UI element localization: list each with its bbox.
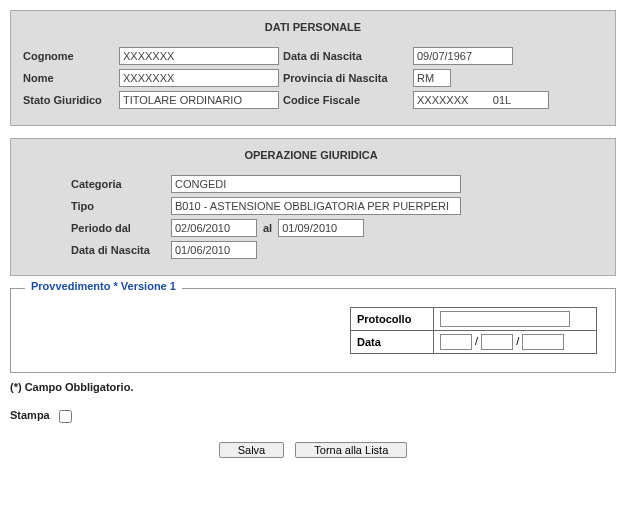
operation-panel: OPERAZIONE GIURIDICA Categoria CONGEDI T… [10, 138, 616, 276]
mandatory-note: (*) Campo Obbligatorio. [10, 381, 616, 393]
data-cells: / / [434, 331, 597, 354]
field-periodo-al: 01/09/2010 [278, 219, 364, 237]
stampa-checkbox[interactable] [59, 410, 72, 423]
input-protocollo[interactable] [440, 311, 570, 327]
label-cognome: Cognome [23, 50, 119, 62]
label-periodo-dal: Periodo dal [71, 222, 171, 234]
field-nascita: 09/07/1967 [413, 47, 513, 65]
sep1: / [475, 335, 478, 347]
label-stato: Stato Giuridico [23, 94, 119, 106]
field-periodo-dal: 02/06/2010 [171, 219, 257, 237]
field-categoria: CONGEDI [171, 175, 461, 193]
back-button[interactable]: Torna alla Lista [295, 442, 407, 458]
field-codfisc: XXXXXXX 01L [413, 91, 549, 109]
label-al: al [263, 222, 272, 234]
input-data-day[interactable] [440, 334, 472, 350]
label-op-nascita: Data di Nascita [71, 244, 171, 256]
label-protocollo: Protocollo [351, 308, 434, 331]
field-cognome: XXXXXXX [119, 47, 279, 65]
provvedimento-fieldset: Provvedimento * Versione 1 Protocollo Da… [10, 288, 616, 373]
personal-data-panel: DATI PERSONALE Cognome XXXXXXX Data di N… [10, 10, 616, 126]
stampa-label: Stampa [10, 409, 50, 421]
operation-title: OPERAZIONE GIURIDICA [31, 149, 591, 161]
provvedimento-table: Protocollo Data / / [350, 307, 597, 354]
label-tipo: Tipo [71, 200, 171, 212]
field-nome: XXXXXXX [119, 69, 279, 87]
provvedimento-legend: Provvedimento * Versione 1 [25, 280, 182, 292]
label-nome: Nome [23, 72, 119, 84]
field-op-nascita: 01/06/2010 [171, 241, 257, 259]
personal-title: DATI PERSONALE [23, 21, 603, 33]
input-data-year[interactable] [522, 334, 564, 350]
field-stato: TITOLARE ORDINARIO [119, 91, 279, 109]
label-codfisc: Codice Fiscale [283, 94, 413, 106]
label-data: Data [351, 331, 434, 354]
label-provincia: Provincia di Nascita [283, 72, 413, 84]
label-categoria: Categoria [71, 178, 171, 190]
field-tipo: B010 - ASTENSIONE OBBLIGATORIA PER PUERP… [171, 197, 461, 215]
save-button[interactable]: Salva [219, 442, 285, 458]
field-provincia: RM [413, 69, 451, 87]
input-data-month[interactable] [481, 334, 513, 350]
label-nascita: Data di Nascita [283, 50, 413, 62]
sep2: / [516, 335, 519, 347]
